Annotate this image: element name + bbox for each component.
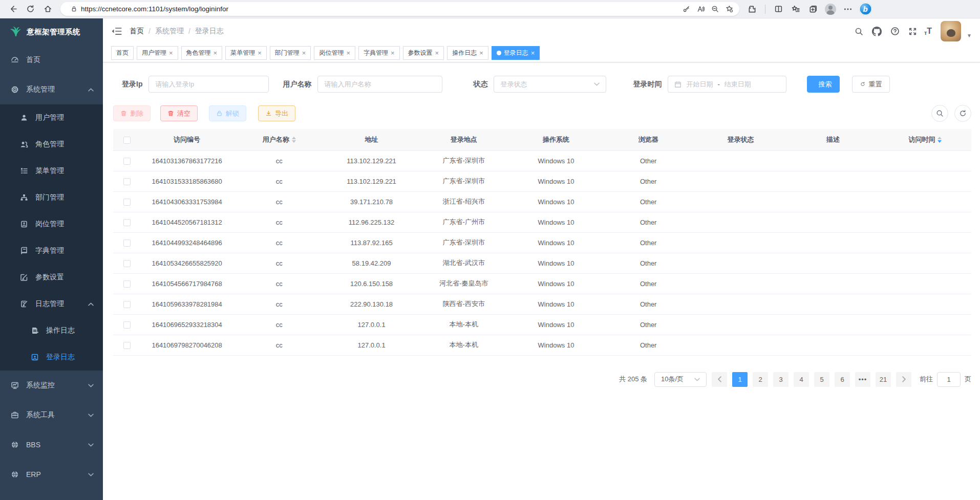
sidebar-item-bbs[interactable]: BBS [0,430,103,460]
tab-operation-log[interactable]: 操作日志× [447,46,488,60]
row-checkbox[interactable] [123,321,131,329]
reset-button[interactable]: 重置 [852,76,890,93]
app-logo[interactable]: 意框架管理系统 [0,18,103,45]
avatar-dropdown-caret-icon[interactable]: ▼ [967,33,972,38]
close-icon[interactable]: × [531,50,535,56]
next-page-button[interactable] [896,372,911,387]
tab-user-management[interactable]: 用户管理× [137,46,178,60]
help-icon[interactable] [888,25,902,38]
github-icon[interactable] [870,25,884,38]
collections-icon[interactable] [788,2,803,16]
table-row[interactable]: 1641059633978281984cc222.90.130.18陕西省-西安… [113,294,971,314]
close-icon[interactable]: × [435,50,439,56]
page-button-6[interactable]: 6 [835,372,850,387]
delete-button[interactable]: 删除 [113,105,151,121]
tab-role-management[interactable]: 角色管理× [181,46,223,60]
sidebar-item-system-management[interactable]: 系统管理 [0,75,103,104]
table-row[interactable]: 1641069652933218304cc127.0.0.1本地-本机Windo… [113,314,971,335]
close-icon[interactable]: × [214,50,218,56]
col-visit-time[interactable]: 访问时间 [879,129,971,150]
sidebar-item-user-management[interactable]: 用户管理 [0,104,103,131]
read-aloud-icon[interactable] [693,3,708,15]
extensions-icon[interactable] [744,2,760,16]
browser-profile-avatar[interactable] [823,2,838,16]
goto-page-input[interactable] [937,372,961,387]
sidebar-item-parameter-settings[interactable]: 参数设置 [0,264,103,291]
sidebar-item-home[interactable]: 首页 [0,45,103,75]
sidebar-item-erp[interactable]: ERP [0,460,103,489]
row-checkbox[interactable] [123,199,131,206]
table-row[interactable]: 1641044993248464896cc113.87.92.165广东省-深圳… [113,232,971,253]
login-ip-input[interactable] [155,80,262,88]
sidebar-item-yi-framework[interactable]: Yi框架 [0,489,103,500]
sidebar-item-login-log[interactable]: 登录日志 [0,344,103,371]
sidebar-item-dictionary-management[interactable]: 字典管理 [0,237,103,264]
row-checkbox[interactable] [123,219,131,226]
sidebar-item-post-management[interactable]: 岗位管理 [0,211,103,237]
page-button-1[interactable]: 1 [732,372,748,387]
user-name-input[interactable] [324,80,436,88]
row-checkbox[interactable] [123,178,131,185]
close-icon[interactable]: × [169,50,173,56]
refresh-table-button[interactable] [954,105,971,122]
tab-parameter-settings[interactable]: 参数设置× [403,46,444,60]
fullscreen-icon[interactable] [906,25,920,38]
table-row[interactable]: 1641054566717984768cc120.6.150.158河北省-秦皇… [113,273,971,294]
breadcrumb-system-management[interactable]: 系统管理 [155,27,184,36]
page-button-21[interactable]: 21 [876,372,891,387]
close-icon[interactable]: × [258,50,262,56]
row-checkbox[interactable] [123,260,131,267]
export-button[interactable]: 导出 [258,105,295,121]
date-range-picker[interactable]: 开始日期 - 结束日期 [668,76,786,93]
prev-page-button[interactable] [712,372,727,387]
address-bar[interactable]: https://ccnetcore.com:1101/system/log/lo… [60,2,739,16]
browser-home-button[interactable] [40,2,55,16]
table-row[interactable]: 1641053426655825920cc58.19.42.209湖北省-武汉市… [113,253,971,273]
close-icon[interactable]: × [391,50,395,56]
page-button-3[interactable]: 3 [773,372,789,387]
toggle-search-button[interactable] [931,105,948,122]
tab-dictionary-management[interactable]: 字典管理× [358,46,400,60]
search-button[interactable]: 搜索 [807,76,840,93]
close-icon[interactable]: × [346,50,350,56]
row-checkbox[interactable] [123,342,131,349]
browser-settings-menu-icon[interactable] [840,2,856,16]
tab-menu-management[interactable]: 菜单管理× [225,46,267,60]
sidebar-item-role-management[interactable]: 角色管理 [0,131,103,158]
row-checkbox[interactable] [123,158,131,165]
status-select[interactable]: 登录状态 [494,76,606,93]
sort-icon[interactable] [292,137,296,143]
browser-refresh-button[interactable] [23,2,38,16]
breadcrumb-home[interactable]: 首页 [130,27,144,36]
password-key-icon[interactable] [679,3,693,15]
sidebar-item-system-monitor[interactable]: 系统监控 [0,371,103,400]
tab-home[interactable]: 首页 [111,46,134,60]
row-checkbox[interactable] [123,301,131,308]
tab-post-management[interactable]: 岗位管理× [314,46,355,60]
sidebar-item-system-tools[interactable]: 系统工具 [0,400,103,430]
row-checkbox[interactable] [123,280,131,288]
page-button-2[interactable]: 2 [753,372,768,387]
more-pages-button[interactable]: ••• [855,372,870,387]
close-icon[interactable]: × [479,50,483,56]
close-icon[interactable]: × [302,50,306,56]
tab-login-log[interactable]: 登录日志× [492,46,540,60]
url-text[interactable]: https://ccnetcore.com:1101/system/log/lo… [81,5,679,13]
font-size-icon[interactable]: тT [924,27,932,36]
browser-back-button[interactable] [5,2,20,16]
row-checkbox[interactable] [123,240,131,247]
add-to-collection-icon[interactable] [805,2,821,16]
sort-icon-active[interactable] [938,137,942,143]
sidebar-item-log-management[interactable]: 日志管理 [0,291,103,317]
table-row[interactable]: 1641031367863177216cc113.102.129.221广东省-… [113,150,971,171]
header-search-icon[interactable] [853,25,866,38]
page-size-select[interactable]: 10条/页 [654,372,707,387]
page-button-4[interactable]: 4 [794,372,809,387]
sidebar-item-menu-management[interactable]: 菜单管理 [0,158,103,184]
user-avatar[interactable] [941,21,961,41]
select-all-checkbox[interactable] [123,137,131,144]
bing-chat-icon[interactable]: b [858,2,873,16]
clear-button[interactable]: 清空 [160,105,198,121]
tab-department-management[interactable]: 部门管理× [270,46,311,60]
table-row[interactable]: 1641044520567181312cc112.96.225.132广东省-广… [113,212,971,232]
